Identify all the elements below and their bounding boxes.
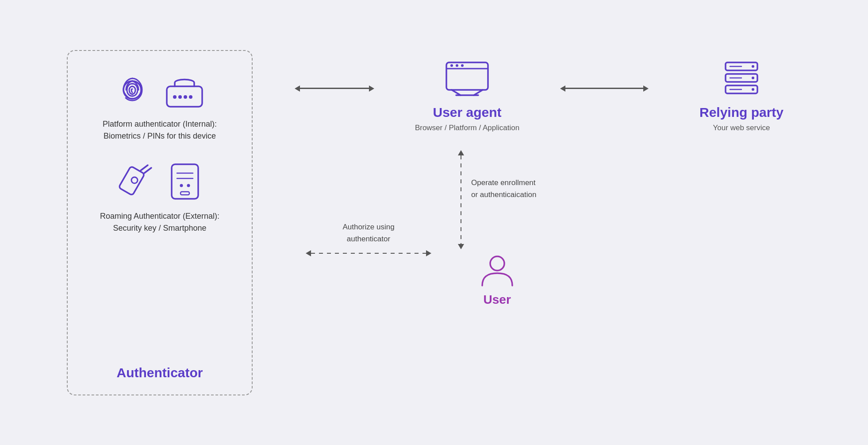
agent-to-rp-arrow bbox=[560, 85, 649, 92]
svg-point-7 bbox=[131, 177, 138, 183]
center-right-area: User agent Browser / Platform / Applicat… bbox=[261, 50, 801, 395]
svg-point-33 bbox=[490, 256, 504, 271]
usb-key-icon bbox=[118, 162, 157, 201]
user-title: User bbox=[484, 293, 511, 307]
authenticator-panel: Platform authenticator (Internal): Biome… bbox=[67, 50, 253, 395]
svg-point-28 bbox=[752, 77, 754, 79]
svg-rect-15 bbox=[181, 192, 189, 195]
server-icon bbox=[719, 59, 764, 99]
user-agent-entity: User agent Browser / Platform / Applicat… bbox=[405, 59, 529, 132]
arrow-head-right bbox=[369, 85, 374, 92]
authorize-area: Authorize using authenticator bbox=[306, 221, 431, 256]
browser-icon bbox=[443, 59, 492, 99]
vertical-dashed-arrow bbox=[458, 150, 464, 249]
roaming-auth-section: Roaming Authenticator (External): Securi… bbox=[100, 162, 219, 234]
svg-point-19 bbox=[456, 64, 458, 67]
svg-line-21 bbox=[452, 90, 461, 95]
svg-rect-16 bbox=[446, 62, 488, 90]
arrow-head-left bbox=[295, 85, 300, 92]
diagram: Platform authenticator (Internal): Biome… bbox=[67, 41, 801, 404]
fingerprint-icon bbox=[113, 70, 152, 109]
roaming-auth-icons bbox=[118, 162, 202, 201]
svg-point-3 bbox=[178, 95, 182, 99]
svg-point-5 bbox=[189, 95, 192, 99]
relying-party-title: Relying party bbox=[699, 105, 784, 120]
svg-point-31 bbox=[752, 88, 754, 91]
svg-point-25 bbox=[752, 65, 754, 68]
authorize-label-line1: Authorize using bbox=[342, 221, 394, 233]
relying-party-entity: Relying party Your web service bbox=[680, 59, 803, 132]
user-agent-desc: Browser / Platform / Application bbox=[415, 124, 519, 132]
svg-point-18 bbox=[450, 64, 453, 67]
svg-point-20 bbox=[461, 64, 464, 67]
platform-auth-icons bbox=[113, 70, 207, 109]
svg-line-9 bbox=[144, 168, 151, 173]
smartphone-icon bbox=[168, 162, 202, 201]
arrow-head-left-2 bbox=[560, 85, 565, 92]
svg-point-2 bbox=[173, 95, 177, 99]
svg-line-8 bbox=[141, 165, 148, 170]
authorize-dashed-arrow bbox=[306, 250, 431, 256]
user-icon bbox=[480, 254, 515, 289]
arrow-head-right-2 bbox=[643, 85, 649, 92]
user-agent-title: User agent bbox=[433, 105, 501, 120]
svg-rect-10 bbox=[172, 164, 198, 199]
authorize-label-line2: authenticator bbox=[347, 233, 390, 245]
platform-auth-section: Platform authenticator (Internal): Biome… bbox=[103, 70, 217, 142]
svg-point-13 bbox=[180, 184, 183, 187]
svg-point-14 bbox=[187, 184, 190, 187]
svg-point-4 bbox=[184, 95, 187, 99]
user-entity: User bbox=[480, 254, 515, 307]
enroll-label: Operate enrollment or authenticaication bbox=[471, 177, 536, 201]
relying-party-desc: Your web service bbox=[713, 124, 770, 132]
roaming-auth-label: Roaming Authenticator (External): Securi… bbox=[100, 210, 219, 234]
svg-line-22 bbox=[474, 90, 483, 95]
platform-auth-label: Platform authenticator (Internal): Biome… bbox=[103, 118, 217, 142]
user-area: Operate enrollment or authenticaication … bbox=[458, 150, 536, 307]
auth-to-agent-arrow bbox=[295, 85, 374, 92]
authenticator-title: Authenticator bbox=[117, 365, 203, 380]
password-icon bbox=[162, 70, 207, 109]
